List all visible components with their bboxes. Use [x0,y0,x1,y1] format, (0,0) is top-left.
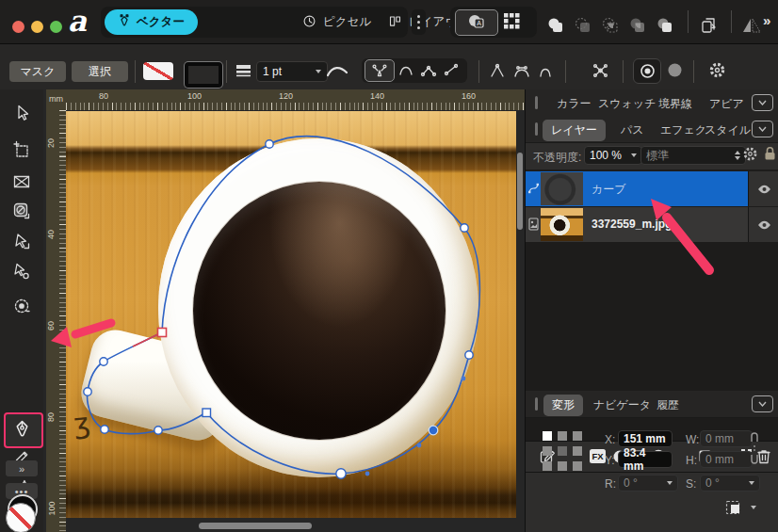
tab-paths[interactable]: パス [621,122,644,138]
blend-mode-select[interactable]: 標準 [640,146,746,165]
pen-tool[interactable] [3,414,41,443]
h-field[interactable]: 0 mm [700,451,753,468]
pen-nib-icon [118,14,131,30]
h-ruler-label: 120 [279,91,293,101]
stroke-lines-icon[interactable] [235,63,251,83]
minimize-button[interactable] [31,21,43,33]
artboard-tool[interactable] [3,136,41,164]
point-transform-tool[interactable] [3,292,41,320]
pen-mode-smart[interactable] [397,62,414,81]
fill-stroke-indicator[interactable] [4,494,40,532]
rotation-field[interactable]: 0 ° [618,475,678,492]
w-field[interactable]: 0 mm [700,430,753,447]
layer-visibility-cell[interactable] [748,171,778,206]
place-image-tool[interactable] [3,168,41,196]
snap-off-button[interactable] [667,62,683,82]
panel-grip[interactable] [535,122,538,136]
tab-swatches[interactable]: スウォッチ [598,96,656,112]
toolbar-menu-dots[interactable] [412,9,426,35]
boolean-combine-icon[interactable] [656,17,674,38]
node-sharp-icon[interactable] [489,63,506,82]
panel-chevron-button[interactable] [752,94,773,111]
layer-visibility-cell[interactable] [748,207,778,242]
y-field[interactable]: 83.4 mm [618,451,673,468]
node-smooth2-icon[interactable] [537,63,554,82]
curve-path[interactable] [88,137,480,475]
grid-mode-button[interactable] [503,12,521,34]
persona-vector[interactable]: ベクター [105,9,198,35]
snap-on-button[interactable] [633,58,661,84]
pen-mode-polygon[interactable] [420,62,437,81]
layer-settings-gear-icon[interactable] [742,146,758,166]
panel-chevron-button[interactable] [752,395,773,412]
stroke-swatch[interactable] [185,62,222,88]
pressure-profile-icon[interactable] [327,64,348,81]
tab-appearance[interactable]: アピア [709,96,744,112]
node-tool[interactable] [3,227,41,255]
transform-mode-icon[interactable] [725,500,742,519]
layer-row-curve[interactable]: カーブ [526,171,778,206]
flip-icon[interactable] [742,18,762,37]
boolean-subtract-icon[interactable] [574,17,592,38]
zoom-button[interactable] [50,21,62,33]
h-label: H: [686,454,697,467]
start-node-red [158,329,167,337]
mask-button[interactable]: マスク [9,61,66,82]
canvas-viewport[interactable]: ʒ [43,89,525,532]
tab-styles[interactable]: スタイル [705,122,751,138]
tab-stroke[interactable]: 境界線 [658,96,692,112]
anchor-point-selector[interactable] [543,431,582,471]
boolean-add-icon[interactable] [546,17,565,38]
x-field[interactable]: 151 mm [618,430,673,447]
svg-text:A: A [477,20,481,26]
tools-overflow-button[interactable]: » [6,460,38,476]
tab-transform[interactable]: 変形 [543,395,583,416]
pen-mode-line[interactable] [443,62,460,81]
horizontal-scrollbar[interactable] [199,523,312,529]
close-button[interactable] [12,21,24,33]
duplicate-icon[interactable] [700,16,719,39]
chevron-down-icon [631,153,637,157]
vertical-scrollbar[interactable] [517,153,523,230]
tab-layers[interactable]: レイヤー [543,120,606,141]
link-dimensions-icon[interactable] [750,430,759,470]
boolean-divide-icon[interactable] [628,17,647,38]
titlebar-overflow-chevron[interactable]: » [763,12,770,28]
convert-node-icon[interactable] [592,62,609,83]
curve-layer-type-icon [527,181,540,196]
color-tabs-row: カラー スウォッチ 境界線 アピア [526,89,778,117]
photo-document[interactable]: ʒ [66,111,516,518]
pen-mode-pen[interactable] [365,59,395,82]
vector-path-overlay[interactable] [66,111,516,518]
fill-color-well[interactable] [6,503,36,532]
persona-pixel[interactable]: ピクセル [302,7,371,38]
corner-tool[interactable] [3,257,41,285]
tab-navigator[interactable]: ナビゲータ [593,397,651,413]
select-button[interactable]: 選択 [72,61,128,82]
lock-icon[interactable] [764,146,776,165]
bottom-tabs-row: 変形 ナビゲータ 履歴 [526,391,778,418]
node-smooth-icon[interactable] [512,63,531,82]
gear-icon[interactable] [708,61,726,83]
stroke-width-field[interactable]: 1 pt [256,61,328,82]
opacity-field[interactable]: 100 % [584,146,642,165]
y-value: 83.4 mm [624,446,667,473]
move-tool[interactable] [3,99,41,127]
panel-grip[interactable] [535,96,538,109]
x-value: 151 mm [624,432,666,445]
blend-mode-value: 標準 [646,148,669,164]
chevron-down-icon[interactable] [751,506,756,509]
tab-color[interactable]: カラー [557,96,592,112]
panel-chevron-button[interactable] [752,121,773,137]
style-picker-tool[interactable] [3,197,41,225]
image-layer-type-icon [528,218,539,231]
boolean-intersect-icon[interactable] [601,17,620,38]
tab-history[interactable]: 履歴 [656,397,679,413]
fill-swatch-none[interactable] [143,62,173,80]
layer-row-image[interactable]: 3372559_m.jpg [526,207,778,242]
panel-grip[interactable] [535,397,538,411]
shear-field[interactable]: 0 ° [700,475,760,492]
tab-effects[interactable]: エフェク [660,122,706,138]
path-nodes[interactable] [84,140,473,478]
contour-mode-button[interactable]: A [455,9,498,36]
